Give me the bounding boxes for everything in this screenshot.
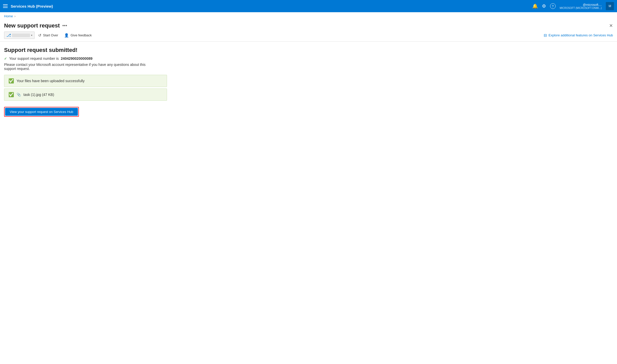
page-header: New support request ••• ✕ [0, 20, 617, 29]
main-content: Support request submitted! ✓ Your suppor… [0, 42, 617, 122]
request-number-row: ✓ Your support request number is 2404290… [4, 56, 613, 61]
toolbar-left: ⎇ ▾ ↺ Start Over 👤 Give feedback [4, 32, 94, 39]
upload-success-box: ✅ Your files have been uploaded successf… [4, 75, 167, 87]
topbar-right: 🔔 ⚙ ? @microsoft.... MICROSOFT (MICROSOF… [532, 2, 614, 10]
file-item-box: ✅ 📎 task (1).jpg (47 KB) [4, 89, 167, 101]
refresh-icon: ↺ [38, 33, 41, 38]
topbar-left: Services Hub (Preview) [3, 4, 53, 8]
contact-message: Please contact your Microsoft account re… [4, 63, 157, 71]
toolbar-right: ⊟ Explore additional features on Service… [544, 33, 613, 38]
paperclip-icon: 📎 [17, 93, 21, 97]
more-options-icon[interactable]: ••• [62, 23, 67, 28]
explore-link[interactable]: ⊟ Explore additional features on Service… [544, 33, 613, 38]
app-title: Services Hub (Preview) [11, 4, 53, 8]
breadcrumb-home[interactable]: Home [4, 14, 13, 18]
chevron-down-icon: ▾ [31, 34, 32, 37]
topbar: Services Hub (Preview) 🔔 ⚙ ? @microsoft.… [0, 0, 617, 12]
breadcrumb-separator: › [15, 14, 16, 18]
help-icon[interactable]: ? [550, 3, 556, 9]
bell-icon[interactable]: 🔔 [532, 3, 538, 9]
selector-dropdown[interactable]: ⎇ ▾ [4, 32, 35, 39]
upload-check-icon: ✅ [8, 78, 14, 84]
start-over-button[interactable]: ↺ Start Over [36, 32, 61, 39]
request-number: 2404290020000089 [61, 56, 93, 61]
gear-icon[interactable]: ⚙ [542, 3, 546, 9]
branch-icon: ⎇ [6, 33, 11, 38]
success-title: Support request submitted! [4, 47, 613, 53]
hamburger-menu-icon[interactable] [3, 4, 8, 8]
avatar[interactable]: M [606, 2, 614, 10]
give-feedback-button[interactable]: 👤 Give feedback [62, 32, 94, 39]
toolbar: ⎇ ▾ ↺ Start Over 👤 Give feedback ⊟ Explo… [0, 29, 617, 42]
breadcrumb: Home › [0, 12, 617, 20]
selector-value [12, 34, 30, 37]
user-info: @microsoft.... MICROSOFT (MICROSOFT.ONMI… [560, 3, 602, 9]
request-prefix: Your support request number is [9, 56, 59, 61]
explore-icon: ⊟ [544, 33, 547, 38]
feedback-icon: 👤 [64, 33, 69, 38]
page-header-left: New support request ••• [4, 22, 67, 29]
page-title: New support request [4, 22, 60, 29]
view-button-wrapper: View your support request on Services Hu… [4, 107, 79, 117]
file-name: task (1).jpg (47 KB) [23, 93, 54, 97]
file-check-icon: ✅ [8, 92, 14, 97]
close-icon[interactable]: ✕ [609, 23, 613, 28]
check-icon: ✓ [4, 56, 7, 61]
view-support-request-button[interactable]: View your support request on Services Hu… [5, 108, 78, 116]
upload-success-text: Your files have been uploaded successful… [17, 79, 85, 83]
